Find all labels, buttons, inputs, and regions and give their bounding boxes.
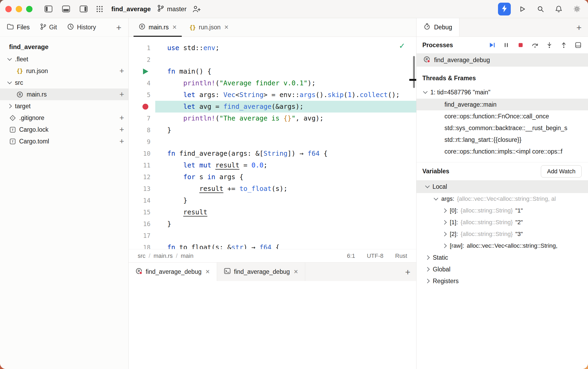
code-text[interactable] [155,54,416,66]
tree-item-target[interactable]: target [0,100,128,112]
workspace-grid-icon[interactable] [94,3,105,15]
stack-frame[interactable]: find_average::main [416,99,588,110]
code-text[interactable]: let avg = find_average(&args); [155,101,416,113]
variables-scope-global[interactable]: Global [416,263,588,275]
line-number[interactable]: 11 [129,159,155,171]
breakpoint-icon[interactable] [129,101,155,113]
add-file-action-icon[interactable]: + [119,137,124,145]
code-text[interactable]: fn find_average(args: &[String]) → f64 { [155,148,416,159]
line-number[interactable]: 5 [129,89,155,101]
toggle-left-panel-icon[interactable] [43,3,54,15]
variable-item[interactable]: [1]: {alloc::string::String} "2" [416,216,588,228]
chevron-right-icon[interactable] [425,255,430,260]
run-line-icon[interactable] [129,66,155,77]
close-window-button[interactable] [5,6,12,12]
line-number[interactable]: 2 [129,54,155,66]
file-encoding[interactable]: UTF-8 [367,252,383,259]
bottom-tab-debug-session[interactable]: R find_average_debug × [129,263,217,281]
tree-item-gitignore[interactable]: .gitignore + [0,112,128,124]
variables-scope-static[interactable]: Static [416,252,588,263]
tab-debug[interactable]: Debug [416,18,459,37]
add-file-action-icon[interactable]: + [119,126,124,134]
add-watch-button[interactable]: Add Watch [541,165,582,178]
line-number[interactable]: 8 [129,124,155,136]
code-text[interactable]: fn to_float(s: &str) → f64 { [155,242,416,249]
variable-item[interactable]: [0]: {alloc::string::String} "1" [416,205,588,216]
code-text[interactable]: } [155,195,416,206]
bottom-tab-console[interactable]: find_average_debug × [217,263,305,281]
code-line[interactable]: 11 let mut result = 0.0; [129,159,416,171]
code-text[interactable]: result += to_float(s); [155,183,416,195]
variable-args[interactable]: args: {alloc::vec::Vec<alloc::string::St… [416,193,588,205]
close-icon[interactable]: × [172,24,177,31]
add-debug-tab-icon[interactable]: + [576,23,588,32]
code-text[interactable]: } [155,218,416,230]
stack-frame[interactable]: core::ops::function::FnOnce::call_once [416,110,588,122]
stack-frame[interactable]: std::rt::lang_start::{{closure}} [416,134,588,146]
code-line[interactable]: 14 } [129,195,416,206]
chevron-right-icon[interactable] [442,208,447,213]
git-branch-button[interactable]: master [157,5,186,14]
chevron-down-icon[interactable] [7,56,12,61]
search-icon[interactable] [535,3,546,15]
chevron-right-icon[interactable] [425,279,430,283]
code-line[interactable]: 13 result += to_float(s); [129,183,416,195]
stack-frame[interactable]: core::ops::function::impls::<impl core::… [416,146,588,157]
chevron-down-icon[interactable] [423,89,428,94]
line-number[interactable]: 10 [129,148,155,159]
chevron-right-icon[interactable] [442,220,447,225]
chevron-down-icon[interactable] [425,184,430,188]
code-text[interactable]: result [155,206,416,218]
code-text[interactable]: println!("Average finder v.0.1"); [155,77,416,89]
code-line[interactable]: 1use std::env; [129,42,416,54]
code-line[interactable]: 9 [129,136,416,148]
add-file-action-icon[interactable]: + [119,67,124,75]
project-title[interactable]: find_average [111,5,151,13]
line-number[interactable]: 16 [129,218,155,230]
code-text[interactable]: let mut result = 0.0; [155,159,416,171]
code-editor[interactable]: 1use std::env;2fn main() {4 println!("Av… [129,37,416,249]
minimize-window-button[interactable] [16,6,22,12]
variables-scope-local[interactable]: Local [416,180,588,193]
code-line[interactable]: 15 result [129,206,416,218]
code-line[interactable]: 12 for s in args { [129,171,416,183]
close-icon[interactable]: × [294,268,298,275]
line-number[interactable]: 12 [129,171,155,183]
invite-collaborator-icon[interactable] [191,3,202,15]
code-line[interactable]: 10fn find_average(args: &[String]) → f64… [129,148,416,159]
close-icon[interactable]: × [224,24,228,31]
pause-icon[interactable] [502,41,511,50]
stack-frame[interactable]: std::sys_common::backtrace::__rust_begin… [416,122,588,134]
code-line[interactable]: 5 let args: Vec<String> = env::args().sk… [129,89,416,101]
line-number[interactable]: 15 [129,206,155,218]
line-number[interactable]: 14 [129,195,155,206]
editor-tab-run-json[interactable]: {} run.json × [183,18,235,37]
line-number[interactable]: 17 [129,230,155,242]
panel-layout-icon[interactable] [574,41,583,50]
chevron-right-icon[interactable] [7,104,12,109]
zoom-window-button[interactable] [26,6,32,12]
code-text[interactable]: let args: Vec<String> = env::args().skip… [155,89,416,101]
line-number[interactable]: 7 [129,113,155,124]
close-icon[interactable]: × [206,268,210,275]
variable-item[interactable]: [2]: {alloc::string::String} "3" [416,228,588,240]
tree-item-run-json[interactable]: {} run.json + [0,65,128,77]
tree-item-src[interactable]: src [0,77,128,89]
resume-icon[interactable] [487,41,496,50]
code-line[interactable]: 8} [129,124,416,136]
code-line[interactable]: 16} [129,218,416,230]
line-number[interactable]: 1 [129,42,155,54]
code-line[interactable]: 17 [129,230,416,242]
tab-files[interactable]: Files [7,23,30,31]
project-root-label[interactable]: find_average [0,41,128,53]
line-number[interactable]: 4 [129,77,155,89]
step-into-icon[interactable] [545,41,554,50]
code-text[interactable]: println!("The average is {}", avg); [155,113,416,124]
code-text[interactable]: fn main() { [155,66,416,77]
editor-tab-main-rs[interactable]: R main.rs × [132,18,183,37]
tab-git[interactable]: Git [40,23,57,32]
chevron-right-icon[interactable] [442,244,447,248]
chevron-down-icon[interactable] [434,196,438,200]
breadcrumb-item[interactable]: src [138,252,145,259]
tree-item-main-rs[interactable]: R main.rs + [0,89,128,100]
